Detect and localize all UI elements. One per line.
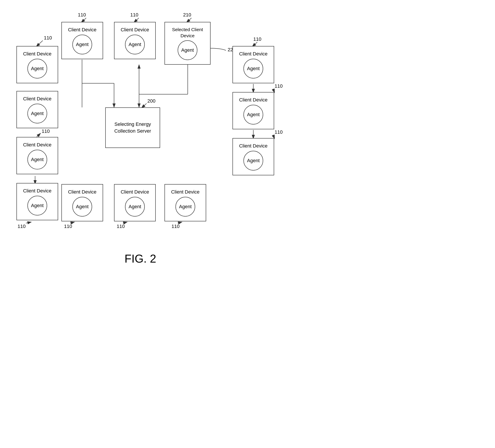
svg-text:110: 110 — [275, 129, 283, 135]
agent-circle-6: Agent — [28, 150, 47, 170]
device-label-2: Client Device — [68, 27, 96, 33]
client-device-r3: Client Device Agent — [233, 138, 274, 175]
device-label-r3: Client Device — [239, 143, 268, 149]
agent-circle-2: Agent — [72, 35, 92, 54]
agent-circle-5: Agent — [28, 104, 47, 123]
agent-circle-b3: Agent — [176, 197, 195, 217]
client-device-b3: Client Device Agent — [165, 184, 206, 221]
agent-label-7: Agent — [31, 203, 44, 209]
agent-label-3: Agent — [128, 42, 141, 47]
client-device-r1: Client Device Agent — [233, 46, 274, 83]
svg-line-25 — [123, 222, 127, 223]
svg-text:110: 110 — [64, 224, 72, 229]
client-device-b2: Client Device Agent — [114, 184, 156, 221]
agent-circle-7: Agent — [28, 196, 47, 215]
agent-circle-b2: Agent — [125, 197, 145, 217]
agent-label-r3: Agent — [247, 158, 260, 163]
svg-line-2 — [36, 40, 43, 47]
svg-text:110: 110 — [117, 224, 125, 229]
agent-circle-1: Agent — [28, 59, 47, 79]
agent-circle-4: Agent — [178, 40, 197, 60]
server-label: Selecting EnergyCollection Server — [114, 121, 151, 135]
client-device-3: Client Device Agent — [114, 22, 156, 59]
svg-text:210: 210 — [183, 12, 191, 17]
agent-label-1: Agent — [31, 66, 44, 71]
svg-text:110: 110 — [275, 83, 283, 89]
svg-text:110: 110 — [44, 35, 52, 40]
client-device-4-selected: Selected ClientDevice Agent — [165, 22, 210, 65]
client-device-b1: Client Device Agent — [61, 184, 103, 221]
client-device-1: Client Device Agent — [16, 46, 58, 83]
agent-circle-r1: Agent — [243, 59, 263, 79]
agent-label-r2: Agent — [247, 112, 260, 118]
device-label-b2: Client Device — [121, 189, 149, 195]
agent-circle-r2: Agent — [243, 105, 263, 124]
agent-circle-r3: Agent — [243, 151, 263, 171]
agent-circle-3: Agent — [125, 35, 145, 54]
device-label-b1: Client Device — [68, 189, 96, 195]
device-label-3: Client Device — [121, 27, 149, 33]
figure-label: FIG. 2 — [108, 252, 173, 265]
svg-line-23 — [70, 222, 75, 223]
svg-text:110: 110 — [253, 36, 261, 42]
device-label-b3: Client Device — [171, 189, 200, 195]
agent-label-6: Agent — [31, 157, 44, 162]
client-device-7: Client Device Agent — [16, 183, 58, 220]
agent-label-2: Agent — [76, 42, 89, 47]
client-device-6: Client Device Agent — [16, 137, 58, 174]
agent-label-b2: Agent — [128, 204, 141, 210]
svg-text:110: 110 — [78, 12, 86, 17]
agent-label-r1: Agent — [247, 66, 260, 71]
client-device-r2: Client Device Agent — [233, 92, 274, 129]
agent-label-5: Agent — [31, 111, 44, 116]
agent-label-b3: Agent — [179, 204, 192, 210]
svg-line-20 — [26, 222, 31, 223]
device-label-r1: Client Device — [239, 51, 268, 57]
svg-text:110: 110 — [130, 12, 138, 17]
diagram-container: 110 110 110 210 200 110 110 110 110 110 … — [0, 0, 495, 448]
svg-text:200: 200 — [147, 98, 155, 104]
device-label-4: Selected ClientDevice — [172, 26, 203, 39]
svg-text:110: 110 — [42, 129, 50, 134]
device-label-r2: Client Device — [239, 97, 268, 103]
device-label-7: Client Device — [23, 188, 52, 194]
agent-label-4: Agent — [181, 47, 194, 53]
client-device-5: Client Device Agent — [16, 91, 58, 128]
energy-collection-server: Selecting EnergyCollection Server — [105, 107, 160, 148]
device-label-5: Client Device — [23, 96, 52, 102]
device-label-6: Client Device — [23, 142, 52, 148]
svg-text:110: 110 — [171, 224, 180, 229]
svg-line-27 — [178, 222, 182, 223]
device-label-1: Client Device — [23, 51, 52, 57]
svg-text:110: 110 — [17, 224, 26, 229]
agent-circle-b1: Agent — [72, 197, 92, 217]
client-device-2: Client Device Agent — [61, 22, 103, 59]
agent-label-b1: Agent — [76, 204, 89, 210]
